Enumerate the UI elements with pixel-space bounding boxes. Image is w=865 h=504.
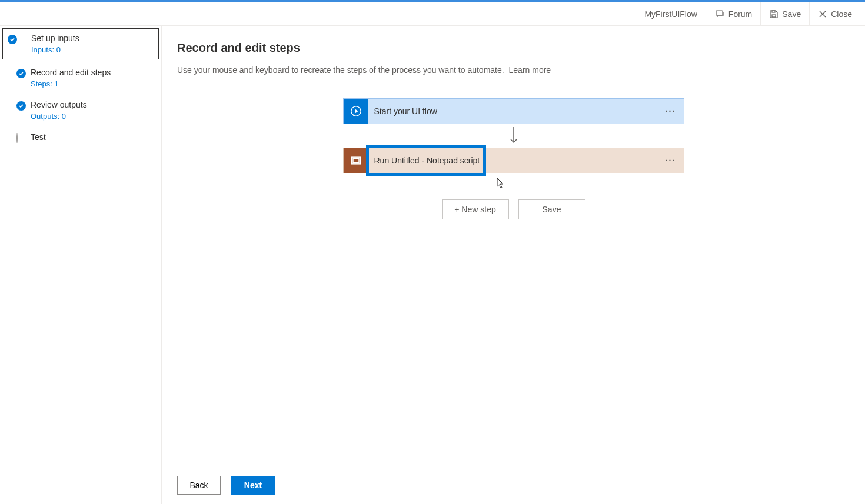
check-icon bbox=[16, 69, 26, 78]
svg-rect-0 bbox=[716, 11, 723, 15]
start-card-title: Start your UI flow bbox=[368, 106, 658, 116]
empty-circle-icon bbox=[16, 133, 18, 143]
flow-name: MyFirstUIFlow bbox=[635, 2, 707, 25]
learn-more-link[interactable]: Learn more bbox=[509, 65, 551, 75]
nav-step-label: Record and edit steps bbox=[31, 68, 153, 77]
nav-step-label: Set up inputs bbox=[31, 34, 152, 43]
start-card-menu[interactable]: ··· bbox=[658, 106, 684, 116]
nav-step-sub: Steps: 1 bbox=[31, 79, 153, 88]
run-script-card[interactable]: Run Untitled - Notepad script ··· bbox=[343, 148, 684, 173]
svg-rect-2 bbox=[772, 11, 775, 12]
svg-marker-6 bbox=[355, 109, 358, 113]
forum-icon bbox=[716, 9, 725, 19]
nav-step-record[interactable]: Record and edit steps Steps: 1 bbox=[0, 62, 161, 94]
nav-step-sub: Outputs: 0 bbox=[31, 112, 153, 121]
page-description-text: Use your mouse and keyboard to recreate … bbox=[177, 65, 504, 75]
nav-step-label: Test bbox=[31, 132, 153, 142]
close-icon bbox=[818, 9, 827, 19]
connector-arrow bbox=[508, 124, 520, 148]
flow-canvas: Start your UI flow ··· bbox=[177, 98, 850, 219]
cursor-icon bbox=[497, 178, 505, 189]
save-icon bbox=[769, 9, 778, 19]
svg-rect-9 bbox=[353, 159, 359, 163]
forum-label: Forum bbox=[728, 9, 752, 19]
save-label-header: Save bbox=[782, 9, 801, 19]
save-button[interactable]: Save bbox=[518, 199, 585, 219]
next-button[interactable]: Next bbox=[231, 476, 275, 495]
ellipsis-icon: ··· bbox=[666, 106, 676, 116]
window-icon bbox=[344, 148, 368, 173]
nav-step-review[interactable]: Review outputs Outputs: 0 bbox=[0, 94, 161, 126]
ellipsis-icon: ··· bbox=[666, 156, 676, 165]
check-icon bbox=[16, 101, 26, 111]
new-step-button[interactable]: + New step bbox=[442, 199, 509, 219]
sidebar: Set up inputs Inputs: 0 Record and edit … bbox=[0, 26, 162, 504]
close-label: Close bbox=[831, 9, 852, 19]
page-title: Record and edit steps bbox=[177, 41, 850, 55]
run-card-title: Run Untitled - Notepad script bbox=[368, 156, 658, 165]
check-icon bbox=[8, 35, 17, 44]
play-icon bbox=[344, 99, 368, 124]
close-button[interactable]: Close bbox=[810, 2, 860, 25]
back-button[interactable]: Back bbox=[177, 476, 221, 495]
nav-step-sub: Inputs: 0 bbox=[31, 45, 152, 54]
run-card-menu[interactable]: ··· bbox=[658, 156, 684, 165]
forum-button[interactable]: Forum bbox=[707, 2, 761, 25]
svg-rect-1 bbox=[772, 15, 776, 17]
header: MyFirstUIFlow Forum Save Close bbox=[0, 2, 865, 26]
nav-step-label: Review outputs bbox=[31, 100, 153, 109]
nav-step-setup-inputs[interactable]: Set up inputs Inputs: 0 bbox=[2, 28, 159, 59]
page-description: Use your mouse and keyboard to recreate … bbox=[177, 65, 850, 75]
footer: Back Next bbox=[162, 466, 865, 504]
save-button-header[interactable]: Save bbox=[761, 2, 810, 25]
nav-step-test[interactable]: Test bbox=[0, 126, 161, 148]
start-card[interactable]: Start your UI flow ··· bbox=[343, 98, 684, 124]
